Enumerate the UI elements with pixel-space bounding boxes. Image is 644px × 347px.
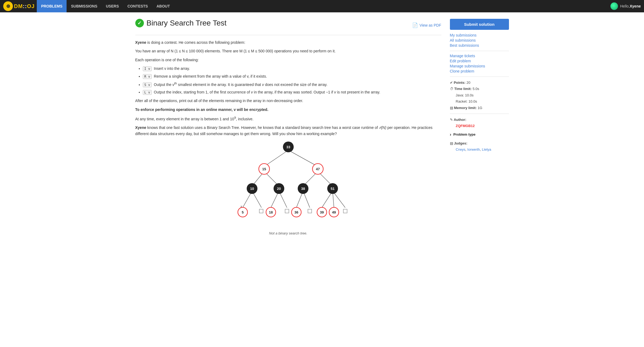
- op-smallest-desc: Output the vth smallest element in the a…: [154, 82, 328, 87]
- problem-type-label[interactable]: Problem type: [450, 131, 509, 139]
- time-limit-label: Time limit:: [454, 87, 472, 91]
- range-para: At any time, every element in the array …: [135, 115, 441, 122]
- svg-text:33: 33: [286, 145, 290, 149]
- op-insert-desc: Insert v into the array.: [154, 66, 190, 71]
- node-33: 33: [283, 142, 294, 152]
- op-index-desc: Output the index, starting from 1, of th…: [154, 90, 380, 94]
- bst-diagram: 33 15 47 10: [135, 141, 441, 236]
- null-node-1: [259, 209, 263, 213]
- my-submissions-link[interactable]: My submissions: [450, 33, 509, 37]
- node-38: 38: [298, 183, 308, 194]
- best-submissions-link[interactable]: Best submissions: [450, 43, 509, 48]
- java-label: Java:: [456, 93, 464, 97]
- logo-text: DM::OJ: [14, 3, 35, 9]
- memory-limit-row: ▤ Memory limit: 1G: [450, 105, 509, 111]
- memory-limit-value: 1G: [478, 106, 482, 110]
- svg-line-1: [288, 150, 318, 167]
- author-row: ✎ Author: ZQFMGB12: [450, 117, 509, 129]
- all-submissions-link[interactable]: All submissions: [450, 38, 509, 42]
- node-39: 39: [317, 207, 327, 217]
- main-content: Binary Search Tree Test 📄 View as PDF Xy…: [135, 19, 450, 241]
- encrypted-text: To enforce performing operations in an o…: [135, 107, 268, 112]
- nav-contests[interactable]: CONTESTS: [123, 0, 152, 12]
- intro-para: Xyene is doing a contest. He comes acros…: [135, 39, 441, 45]
- manage-tickets-link[interactable]: Manage tickets: [450, 54, 509, 58]
- edit-problem-link[interactable]: Edit problem: [450, 59, 509, 63]
- node-18: 18: [266, 207, 276, 217]
- judges-list: Crwys, Iorwerth, Lletya: [456, 147, 491, 151]
- node-51: 51: [327, 183, 338, 194]
- java-value: 10.0s: [465, 93, 474, 97]
- author-meta: ✎ Author: ZQFMGB12 Problem type ▤ Judges…: [450, 117, 509, 153]
- sidebar-divider-2: [450, 77, 509, 77]
- encrypted-para: To enforce performing operations in an o…: [135, 107, 441, 113]
- op-index-key: L v: [143, 90, 152, 95]
- svg-line-0: [264, 150, 288, 167]
- problem-type-text: Problem type: [453, 131, 475, 138]
- svg-text:47: 47: [316, 167, 319, 171]
- svg-text:10: 10: [250, 187, 254, 191]
- time-limit-row: ⏱ Time limit: 5.0s: [450, 86, 509, 92]
- admin-links: Manage tickets Edit problem Manage submi…: [450, 54, 509, 73]
- xyene-name-2: Xyene: [135, 125, 146, 130]
- judge-iorwerth[interactable]: Iorwerth: [467, 147, 480, 151]
- logo-circle: ⊛: [3, 1, 13, 11]
- title-divider: [135, 35, 441, 35]
- pdf-icon: 📄: [412, 22, 418, 28]
- svg-text:39: 39: [320, 210, 323, 214]
- intro-rest: is doing a contest. He comes across the …: [146, 40, 245, 45]
- op-insert-key: I v: [143, 66, 152, 71]
- svg-text:51: 51: [330, 187, 334, 191]
- nav-submissions[interactable]: SUBMISSIONS: [67, 0, 101, 12]
- svg-text:38: 38: [301, 187, 305, 191]
- author-link[interactable]: ZQFMGB12: [456, 124, 475, 128]
- nav-users[interactable]: USERS: [101, 0, 123, 12]
- problem-type-row[interactable]: Problem type: [450, 131, 509, 139]
- operations-intro: Each operation is one of the following:: [135, 57, 441, 63]
- node-36: 36: [292, 207, 301, 217]
- judges-label: Judges:: [454, 141, 467, 145]
- xyene-para-rest: knows that one fast solution uses a Bina…: [135, 125, 433, 136]
- op-insert: I v Insert v into the array.: [143, 66, 441, 71]
- points-label: Points:: [454, 81, 465, 85]
- manage-submissions-link[interactable]: Manage submissions: [450, 64, 509, 68]
- bst-svg: 33 15 47 10: [213, 141, 363, 227]
- memory-icon: ▤: [450, 106, 454, 110]
- racket-time-row: Racket: 10.0s: [456, 98, 509, 104]
- op-remove-desc: Remove a single element from the array w…: [154, 74, 267, 78]
- xyene-para: Xyene knows that one fast solution uses …: [135, 125, 441, 137]
- sidebar-links: My submissions All submissions Best subm…: [450, 33, 509, 48]
- clone-problem-link[interactable]: Clone problem: [450, 69, 509, 73]
- judge-lletya[interactable]: Lletya: [482, 147, 491, 151]
- svg-text:36: 36: [294, 210, 298, 214]
- null-node-4: [343, 209, 347, 213]
- submit-solution-button[interactable]: Submit solution: [450, 19, 509, 30]
- op-smallest-key: S v: [143, 82, 152, 87]
- logo[interactable]: ⊛ DM::OJ: [3, 1, 35, 11]
- svg-text:5: 5: [242, 210, 243, 214]
- java-time-row: Java: 10.0s: [456, 92, 509, 98]
- title-text: Binary Search Tree Test: [147, 19, 227, 27]
- node-15: 15: [259, 164, 270, 174]
- nav-menu: PROBLEMS SUBMISSIONS USERS CONTESTS ABOU…: [37, 0, 174, 12]
- globe-icon: [610, 2, 618, 10]
- nav-problems[interactable]: PROBLEMS: [37, 0, 67, 12]
- greeting-text: Hello,: [620, 4, 630, 8]
- array-para: You have an array of N (1 ≤ N ≤ 100 000)…: [135, 48, 441, 54]
- node-10: 10: [247, 183, 257, 194]
- xyene-name-1: Xyene: [135, 40, 146, 45]
- racket-value: 10.0s: [468, 99, 477, 103]
- view-as-pdf-link[interactable]: 📄 View as PDF: [412, 22, 441, 28]
- judge-crwys[interactable]: Crwys: [456, 147, 465, 151]
- user-info: Hello, Xyene: [610, 2, 641, 10]
- racket-label: Racket:: [456, 99, 468, 103]
- operations-list: I v Insert v into the array. R v Remove …: [143, 66, 441, 95]
- problem-title: Binary Search Tree Test: [135, 19, 227, 27]
- sidebar-meta: ✔ Points: 20 ⏱ Time limit: 5.0s Java: 10…: [450, 79, 509, 111]
- edit-icon: ✎: [450, 118, 454, 122]
- null-node-3: [308, 209, 312, 213]
- nav-about[interactable]: ABOUT: [152, 0, 174, 12]
- sidebar: Submit solution My submissions All submi…: [450, 19, 509, 241]
- sidebar-divider-3: [450, 114, 509, 114]
- op-smallest: S v Output the vth smallest element in t…: [143, 81, 441, 88]
